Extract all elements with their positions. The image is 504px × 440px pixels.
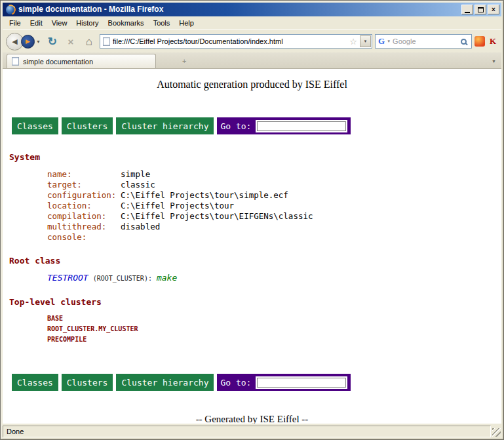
root-class-link[interactable]: TESTROOT (47, 272, 88, 283)
resize-grip[interactable] (491, 426, 501, 437)
system-row-value: C:\Eiffel Projects\tour\EIFGENs\classic (121, 211, 313, 222)
maximize-button[interactable] (475, 5, 486, 14)
system-row-value: C:\Eiffel Projects\tour\simple.ecf (121, 190, 288, 201)
system-row: configuration: C:\Eiffel Projects\tour\s… (9, 190, 495, 201)
system-row-label: location: (47, 201, 121, 211)
root-class-heading: Root class (9, 256, 495, 266)
addon-icon[interactable] (475, 36, 485, 47)
clusters-button[interactable]: Clusters (62, 117, 113, 134)
cluster-link-precompile[interactable]: PRECOMPILE (9, 334, 495, 345)
root-class-line: TESTROOT (ROOT_CLUSTER): make (9, 272, 495, 284)
forward-button[interactable]: ▶ (21, 35, 35, 49)
titlebar: simple documentation - Mozilla Firefox × (3, 3, 501, 16)
navigation-toolbar: ◀ ▶ ▼ ↻ × ⌂ ☆ ▼ G ▼ K (3, 30, 501, 52)
tab-list-dropdown-icon[interactable]: ▼ (488, 59, 499, 64)
classes-button[interactable]: Classes (12, 117, 58, 134)
search-input[interactable] (393, 37, 459, 45)
system-row-label: name: (47, 169, 121, 180)
browser-window: simple documentation - Mozilla Firefox ×… (0, 0, 504, 440)
forward-icon: ▶ (26, 38, 30, 45)
cluster-hierarchy-button[interactable]: Cluster hierarchy (116, 374, 214, 391)
url-dropdown-button[interactable]: ▼ (360, 35, 371, 47)
minimize-button[interactable] (461, 5, 473, 14)
google-logo-icon: G (378, 36, 385, 47)
system-row-value: classic (121, 180, 155, 190)
goto-label: Go to: (220, 121, 251, 131)
menu-bar: File Edit View History Bookmarks Tools H… (3, 16, 501, 30)
kaspersky-icon[interactable]: K (488, 36, 498, 47)
goto-box: Go to: (217, 374, 351, 391)
top-level-clusters-heading: Top-level clusters (9, 297, 495, 307)
goto-input-wrap (256, 376, 347, 389)
reload-icon: ↻ (48, 36, 57, 47)
menu-item-bookmarks[interactable]: Bookmarks (104, 17, 149, 29)
back-forward-cluster: ◀ ▶ ▼ (6, 33, 42, 50)
system-row: console: (9, 232, 495, 243)
doc-navbar-top: Classes Clusters Cluster hierarchy Go to… (12, 117, 495, 134)
reload-button[interactable]: ↻ (45, 33, 60, 49)
cluster-link-root-cluster[interactable]: ROOT_CLUSTER.MY_CLUSTER (9, 324, 495, 334)
goto-input[interactable] (257, 378, 346, 388)
clusters-button[interactable]: Clusters (62, 374, 113, 391)
window-controls: × (461, 5, 499, 14)
goto-label: Go to: (220, 378, 251, 388)
tab-active[interactable]: simple documentation (7, 54, 156, 68)
search-box: G ▼ (375, 34, 472, 49)
system-row-label: multithread: (47, 222, 121, 232)
system-heading: System (9, 152, 495, 162)
url-input[interactable] (113, 37, 347, 45)
system-row-label: compilation: (47, 211, 121, 222)
system-row-label: configuration: (47, 190, 121, 201)
system-row-value: simple (121, 169, 150, 180)
minimize-icon (465, 12, 470, 13)
tab-strip: simple documentation + ▼ (3, 52, 501, 69)
menu-item-history[interactable]: History (71, 17, 103, 29)
menu-item-help[interactable]: Help (174, 17, 199, 29)
address-bar: ☆ ▼ (100, 34, 372, 49)
system-rows: name: simple target: classic configurati… (9, 169, 495, 243)
tab-label: simple documentation (23, 58, 93, 66)
cluster-link-base[interactable]: BASE (9, 313, 495, 324)
search-icon[interactable] (461, 39, 467, 45)
goto-box: Go to: (217, 117, 351, 134)
window-title: simple documentation - Mozilla Firefox (18, 3, 458, 16)
menu-item-view[interactable]: View (47, 17, 72, 29)
tab-page-icon (12, 57, 19, 66)
system-row: target: classic (9, 180, 495, 190)
classes-button[interactable]: Classes (12, 374, 58, 391)
doc-navbar-bottom: Classes Clusters Cluster hierarchy Go to… (12, 374, 495, 391)
search-engine-dropdown-icon[interactable]: ▼ (387, 39, 391, 43)
system-row-value: C:\Eiffel Projects\tour (121, 201, 234, 211)
doc-footer: -- Generated by ISE Eiffel -- For more d… (9, 412, 495, 424)
system-row: multithread: disabled (9, 222, 495, 232)
close-button[interactable]: × (488, 5, 499, 14)
new-tab-icon[interactable]: + (182, 58, 186, 65)
firefox-icon (6, 5, 15, 14)
stop-icon: × (68, 37, 74, 47)
goto-input[interactable] (257, 121, 346, 131)
status-field: Done (3, 426, 491, 437)
page-content: Automatic generation produced by ISE Eif… (3, 69, 501, 424)
system-row-label: target: (47, 180, 121, 190)
system-row-value: disabled (121, 222, 160, 232)
menu-item-edit[interactable]: Edit (26, 17, 47, 29)
footer-generated: -- Generated by ISE Eiffel -- (9, 412, 495, 424)
page-icon (103, 37, 110, 46)
root-feature-name[interactable]: make (157, 272, 177, 283)
stop-button[interactable]: × (63, 33, 79, 49)
system-row: name: simple (9, 169, 495, 180)
menu-item-file[interactable]: File (5, 17, 26, 29)
status-bar: Done (3, 424, 501, 437)
doc-header: Automatic generation produced by ISE Eif… (9, 79, 495, 90)
system-row: location: C:\Eiffel Projects\tour (9, 201, 495, 211)
status-text: Done (7, 428, 24, 435)
maximize-icon (478, 7, 484, 12)
bookmark-star-icon[interactable]: ☆ (349, 37, 357, 47)
home-icon: ⌂ (86, 36, 92, 47)
cluster-list: BASE ROOT_CLUSTER.MY_CLUSTER PRECOMPILE (9, 313, 495, 345)
menu-item-tools[interactable]: Tools (149, 17, 175, 29)
forward-dropdown-icon[interactable]: ▼ (35, 38, 42, 45)
back-icon: ◀ (12, 37, 17, 46)
cluster-hierarchy-button[interactable]: Cluster hierarchy (116, 117, 214, 134)
home-button[interactable]: ⌂ (81, 33, 97, 49)
